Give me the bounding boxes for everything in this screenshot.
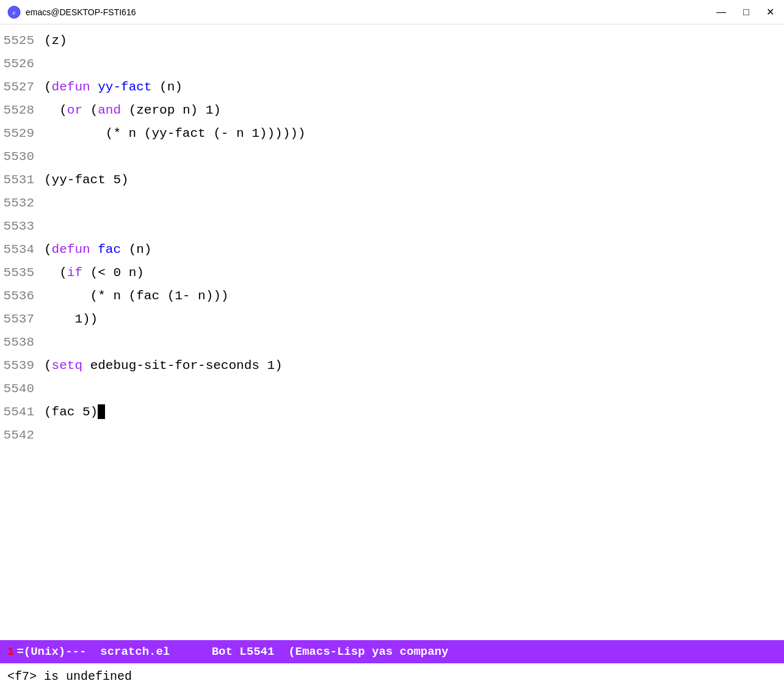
svg-text:e: e (13, 9, 16, 16)
status-content: =(Unix)--- scratch.el Bot L5541 (Emacs-L… (16, 645, 777, 658)
table-row: 5537 1)) (0, 308, 784, 331)
line-content: (* n (fac (1- n))) (44, 285, 228, 308)
window-title: emacs@DESKTOP-FSTI616 (26, 7, 714, 17)
line-content: (defun fac (n) (44, 238, 151, 261)
line-number: 5525 (0, 29, 44, 53)
echo-area: <f7> is undefined (0, 663, 784, 689)
table-row: 5525(z) (0, 29, 784, 53)
table-row: 5538 (0, 331, 784, 354)
status-mode-info: =(Unix)--- (16, 645, 86, 658)
status-position: Bot (212, 645, 233, 658)
status-modes: (Emacs-Lisp yas company (288, 645, 448, 658)
line-number: 5531 (0, 169, 44, 192)
line-number: 5539 (0, 354, 44, 377)
line-content: (or (and (zerop n) 1) (44, 99, 221, 122)
table-row: 5532 (0, 192, 784, 215)
line-number: 5526 (0, 53, 44, 76)
table-row: 5540 (0, 377, 784, 401)
line-number: 5528 (0, 99, 44, 122)
line-content: (* n (yy-fact (- n 1)))))) (44, 122, 305, 145)
line-number: 5530 (0, 145, 44, 169)
close-button[interactable]: ✕ (764, 5, 777, 19)
line-number: 5527 (0, 76, 44, 99)
line-number: 5534 (0, 238, 44, 261)
table-row: 5541(fac 5) (0, 401, 784, 424)
emacs-icon: e (7, 5, 21, 19)
table-row: 5536 (* n (fac (1- n))) (0, 285, 784, 308)
line-content: (fac 5) (44, 401, 105, 424)
emacs-window: e emacs@DESKTOP-FSTI616 — □ ✕ 5525(z)552… (0, 0, 784, 689)
line-content: (setq edebug-sit-for-seconds 1) (44, 354, 283, 377)
status-line-col: L5541 (239, 645, 274, 658)
table-row: 5535 (if (< 0 n) (0, 261, 784, 285)
table-row: 5529 (* n (yy-fact (- n 1)))))) (0, 122, 784, 145)
line-number: 5533 (0, 215, 44, 238)
line-content: (if (< 0 n) (44, 261, 144, 285)
line-number: 5538 (0, 331, 44, 354)
line-number: 5532 (0, 192, 44, 215)
title-bar: e emacs@DESKTOP-FSTI616 — □ ✕ (0, 0, 784, 24)
status-bar: 1 =(Unix)--- scratch.el Bot L5541 (Emacs… (0, 640, 784, 663)
text-cursor (98, 404, 105, 419)
minimize-button[interactable]: — (714, 5, 728, 19)
table-row: 5526 (0, 53, 784, 76)
status-line-number: 1 (7, 645, 14, 658)
table-row: 5533 (0, 215, 784, 238)
line-number: 5536 (0, 285, 44, 308)
code-editor[interactable]: 5525(z)55265527(defun yy-fact (n)5528 (o… (0, 24, 784, 640)
line-content: 1)) (44, 308, 98, 331)
line-number: 5537 (0, 308, 44, 331)
table-row: 5534(defun fac (n) (0, 238, 784, 261)
table-row: 5530 (0, 145, 784, 169)
line-number: 5540 (0, 377, 44, 401)
echo-message: <f7> is undefined (7, 669, 132, 684)
line-number: 5535 (0, 261, 44, 285)
line-content: (defun yy-fact (n) (44, 76, 183, 99)
line-number: 5529 (0, 122, 44, 145)
line-content: (z) (44, 29, 67, 53)
line-content: (yy-fact 5) (44, 169, 129, 192)
table-row: 5542 (0, 424, 784, 447)
table-row: 5539(setq edebug-sit-for-seconds 1) (0, 354, 784, 377)
maximize-button[interactable]: □ (741, 5, 752, 19)
window-controls: — □ ✕ (714, 5, 777, 19)
line-number: 5541 (0, 401, 44, 424)
line-number: 5542 (0, 424, 44, 447)
table-row: 5528 (or (and (zerop n) 1) (0, 99, 784, 122)
table-row: 5527(defun yy-fact (n) (0, 76, 784, 99)
status-buffer-name: scratch.el (100, 645, 170, 658)
table-row: 5531(yy-fact 5) (0, 169, 784, 192)
